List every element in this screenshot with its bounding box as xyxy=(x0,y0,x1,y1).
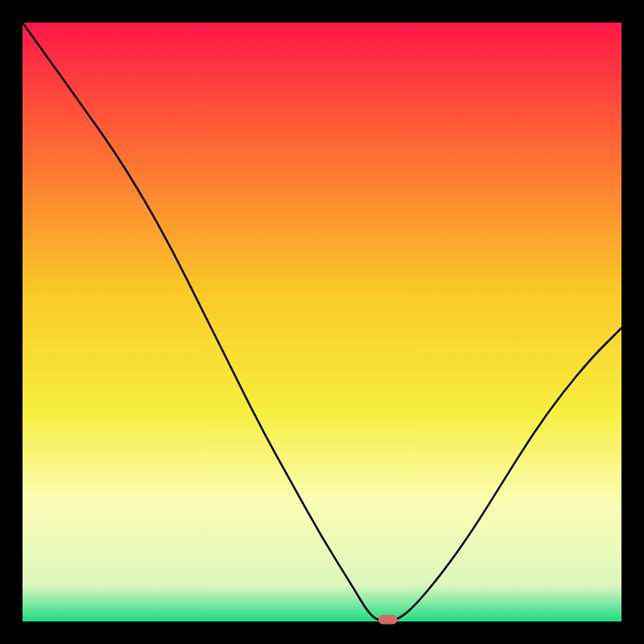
plot-area xyxy=(23,23,621,621)
bottleneck-chart xyxy=(0,0,644,644)
optimum-marker xyxy=(378,615,398,625)
